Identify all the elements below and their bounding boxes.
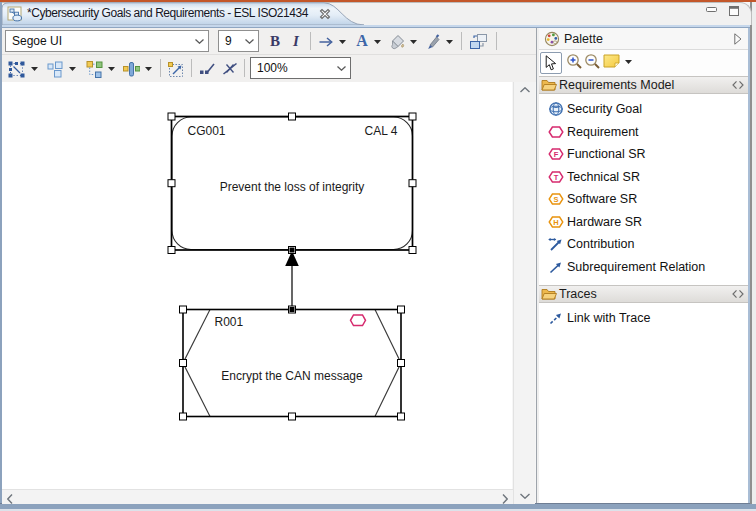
zoom-combo[interactable]: 100% (250, 57, 351, 79)
svg-text:S: S (553, 195, 558, 204)
arrange-all-button[interactable] (6, 59, 26, 79)
palette-item-software-sr[interactable]: S Software SR (539, 188, 748, 210)
security-goal-icon (548, 101, 564, 117)
toolbar-separator (310, 32, 311, 50)
line-style-dropdown-icon[interactable] (339, 40, 346, 44)
palette-item-link-with-trace[interactable]: Link with Trace (539, 307, 748, 329)
svg-text:F: F (554, 150, 559, 159)
palette-item-label: Technical SR (567, 170, 640, 184)
align-dropdown-icon[interactable] (69, 67, 76, 71)
palette-item-label: Functional SR (567, 147, 646, 161)
zoom-in-icon (566, 53, 583, 70)
align-button[interactable] (45, 59, 65, 79)
copy-appearance-button[interactable] (467, 31, 489, 52)
arrange-dropdown-icon[interactable] (31, 67, 38, 71)
scroll-down-icon[interactable] (520, 493, 530, 499)
palette-panel: Palette (539, 28, 748, 503)
line-color-icon (425, 33, 442, 50)
combo-chevron-icon[interactable] (195, 39, 204, 44)
zoom-value: 100% (251, 61, 337, 75)
requirement-icon (548, 124, 564, 140)
distribute-button[interactable] (121, 59, 141, 79)
subrequirement-relation-icon (548, 259, 564, 275)
scroll-right-icon[interactable] (502, 494, 508, 504)
palette-item-subrequirement-relation[interactable]: Subrequirement Relation (539, 256, 748, 278)
tab-close-icon[interactable] (319, 8, 331, 20)
toolbar-separator (160, 59, 161, 77)
note-tool-button[interactable] (603, 54, 621, 69)
open-folder-icon (541, 287, 557, 300)
palette-icon (544, 31, 560, 47)
format-toolbar-row: Segoe UI 9 B I A (2, 28, 536, 55)
fill-color-button[interactable] (387, 31, 407, 51)
zoom-in-tool-button[interactable] (566, 53, 584, 71)
pin-icon[interactable] (732, 289, 744, 298)
palette-item-contribution[interactable]: Contribution (539, 233, 748, 255)
font-color-icon: A (356, 32, 368, 50)
font-size-combo[interactable]: 9 (218, 30, 259, 52)
line-color-dropdown-icon[interactable] (446, 40, 453, 44)
functional-sr-icon: F (548, 146, 564, 162)
font-color-button[interactable]: A (353, 31, 371, 51)
svg-text:T: T (554, 172, 559, 181)
arrange-all-icon (8, 61, 25, 78)
requirement-node[interactable]: R001 Encrypt the CAN message (183, 310, 401, 417)
combo-chevron-icon[interactable] (337, 66, 346, 71)
select-tool-button[interactable] (540, 52, 562, 74)
layout-button[interactable] (84, 59, 104, 79)
palette-item-hardware-sr[interactable]: H Hardware SR (539, 211, 748, 233)
goal-id-label: CG001 (188, 124, 226, 138)
pin-icon[interactable] (732, 81, 744, 90)
zoom-out-icon (584, 53, 601, 70)
palette-item-requirement[interactable]: Requirement (539, 121, 748, 143)
font-color-dropdown-icon[interactable] (374, 40, 381, 44)
hide-connection-button[interactable] (220, 59, 240, 79)
palette-title: Palette (564, 32, 603, 46)
italic-button[interactable]: I (287, 30, 305, 52)
palette-tool-bar (539, 50, 748, 76)
window-right-edge (752, 2, 756, 509)
scroll-up-icon[interactable] (520, 87, 530, 93)
zoom-out-tool-button[interactable] (584, 53, 602, 71)
distribute-dropdown-icon[interactable] (145, 67, 152, 71)
note-icon (603, 54, 620, 68)
palette-item-technical-sr[interactable]: T Technical SR (539, 166, 748, 188)
palette-item-label: Subrequirement Relation (567, 260, 705, 274)
palette-header: Palette (539, 28, 748, 50)
hardware-sr-icon: H (548, 214, 564, 230)
palette-section-traces[interactable]: Traces (539, 285, 748, 303)
palette-section-label: Requirements Model (559, 78, 674, 92)
toolbar-separator (496, 32, 497, 50)
palette-collapse-icon[interactable] (734, 33, 742, 45)
palette-item-label: Requirement (567, 125, 639, 139)
arrow-right-icon (319, 34, 334, 49)
toolbar-separator (461, 32, 462, 50)
bold-button[interactable]: B (264, 30, 286, 52)
palette-item-security-goal[interactable]: Security Goal (539, 98, 748, 120)
oblique-router-button[interactable] (197, 59, 217, 79)
palette-section-requirements-model[interactable]: Requirements Model (539, 76, 748, 94)
combo-chevron-icon[interactable] (245, 39, 254, 44)
vertical-scrollbar[interactable] (513, 82, 535, 504)
horizontal-scrollbar[interactable] (2, 489, 513, 504)
maximize-button[interactable] (729, 6, 739, 16)
subrequirement-connection[interactable] (285, 251, 299, 309)
layout-dropdown-icon[interactable] (108, 67, 115, 71)
italic-label: I (293, 33, 299, 50)
palette-right-border (748, 27, 750, 504)
font-family-value: Segoe UI (6, 34, 195, 48)
fill-color-dropdown-icon[interactable] (410, 40, 417, 44)
font-family-combo[interactable]: Segoe UI (5, 30, 209, 52)
minimize-button[interactable] (706, 7, 717, 12)
autosize-button[interactable] (166, 59, 186, 79)
line-style-button[interactable] (316, 32, 336, 50)
palette-item-functional-sr[interactable]: F Functional SR (539, 143, 748, 165)
palette-item-label: Software SR (567, 192, 637, 206)
note-dropdown-icon[interactable] (625, 60, 632, 64)
scroll-left-icon[interactable] (7, 494, 13, 504)
line-color-button[interactable] (423, 31, 443, 51)
security-goal-node[interactable]: CG001 CAL 4 Prevent the loss of integrit… (172, 117, 413, 251)
toolbar-separator (191, 59, 192, 77)
oblique-router-icon (199, 61, 216, 78)
software-sr-icon: S (548, 191, 564, 207)
